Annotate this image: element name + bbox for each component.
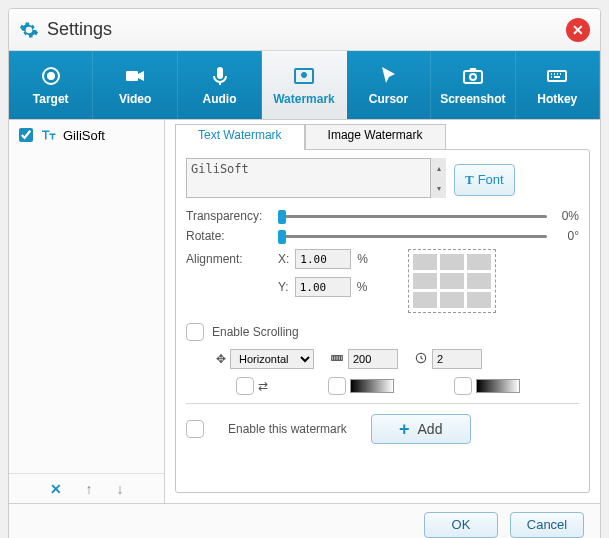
- remove-button[interactable]: ✕: [50, 481, 62, 497]
- svg-rect-3: [217, 67, 223, 79]
- titlebar: Settings ✕: [9, 9, 600, 51]
- transparency-label: Transparency:: [186, 209, 272, 223]
- y-input[interactable]: [295, 277, 351, 297]
- list-item[interactable]: GiliSoft: [15, 124, 158, 146]
- x-input[interactable]: [295, 249, 351, 269]
- subtab-bar: Text Watermark Image Watermark: [175, 124, 590, 150]
- main-panel: Text Watermark Image Watermark GiliSoft …: [165, 120, 600, 503]
- duration-icon: [414, 351, 428, 368]
- svg-point-6: [470, 74, 476, 80]
- loop-checkbox[interactable]: [236, 377, 254, 395]
- window-title: Settings: [47, 19, 112, 40]
- align-bot-right[interactable]: [467, 292, 491, 308]
- enable-watermark-label: Enable this watermark: [228, 422, 347, 436]
- transparency-slider[interactable]: [278, 215, 547, 218]
- watermark-list: GiliSoft: [9, 120, 164, 473]
- tab-hotkey[interactable]: Hotkey: [516, 51, 600, 119]
- align-top-center[interactable]: [440, 254, 464, 270]
- direction-icon: ✥: [216, 352, 226, 366]
- fade-out-checkbox[interactable]: [454, 377, 472, 395]
- plus-icon: +: [399, 419, 410, 440]
- tab-watermark[interactable]: Watermark: [262, 51, 346, 119]
- ok-button[interactable]: OK: [424, 512, 498, 538]
- list-item-checkbox[interactable]: [19, 128, 33, 142]
- watermark-text-input[interactable]: GiliSoft: [186, 158, 446, 198]
- y-unit: %: [357, 280, 368, 294]
- transparency-value: 0%: [553, 209, 579, 223]
- sidebar-controls: ✕ ↑ ↓: [9, 473, 164, 503]
- tab-target[interactable]: Target: [9, 51, 93, 119]
- subtab-image[interactable]: Image Watermark: [305, 124, 446, 150]
- x-label: X:: [278, 252, 289, 266]
- align-bot-center[interactable]: [440, 292, 464, 308]
- svg-point-1: [48, 73, 54, 79]
- list-item-label: GiliSoft: [63, 128, 105, 143]
- fade-in-checkbox[interactable]: [328, 377, 346, 395]
- tab-cursor[interactable]: Cursor: [347, 51, 431, 119]
- cancel-button[interactable]: Cancel: [510, 512, 584, 538]
- width-icon: [330, 351, 344, 368]
- main-tabbar: Target Video Audio Watermark Cursor Scre…: [9, 51, 600, 119]
- align-top-left[interactable]: [413, 254, 437, 270]
- rotate-slider[interactable]: [278, 235, 547, 238]
- loop-icon: ⇄: [258, 379, 268, 393]
- tab-audio[interactable]: Audio: [178, 51, 262, 119]
- enable-scrolling-checkbox[interactable]: [186, 323, 204, 341]
- scroll-width-input[interactable]: [348, 349, 398, 369]
- footer: OK Cancel: [9, 503, 600, 538]
- align-mid-center[interactable]: [440, 273, 464, 289]
- move-down-button[interactable]: ↓: [117, 481, 124, 497]
- enable-watermark-checkbox[interactable]: [186, 420, 204, 438]
- alignment-grid: [408, 249, 496, 313]
- scroll-duration-input[interactable]: [432, 349, 482, 369]
- fade-out-icon: [476, 379, 520, 393]
- font-icon: T: [465, 172, 474, 188]
- align-mid-left[interactable]: [413, 273, 437, 289]
- rotate-label: Rotate:: [186, 229, 272, 243]
- tab-video[interactable]: Video: [93, 51, 177, 119]
- scroll-direction-select[interactable]: Horizontal: [230, 349, 314, 369]
- textarea-scroll[interactable]: ▴▾: [430, 158, 446, 198]
- rotate-value: 0°: [553, 229, 579, 243]
- settings-window: Settings ✕ Target Video Audio Watermark …: [8, 8, 601, 538]
- align-bot-left[interactable]: [413, 292, 437, 308]
- sidebar: GiliSoft ✕ ↑ ↓: [9, 120, 165, 503]
- svg-rect-5: [464, 71, 482, 83]
- body: GiliSoft ✕ ↑ ↓ Text Watermark Image Wate…: [9, 119, 600, 503]
- fade-in-icon: [350, 379, 394, 393]
- text-watermark-icon: [39, 126, 57, 144]
- tab-screenshot[interactable]: Screenshot: [431, 51, 515, 119]
- enable-scrolling-label: Enable Scrolling: [212, 325, 299, 339]
- add-button[interactable]: + Add: [371, 414, 471, 444]
- align-top-right[interactable]: [467, 254, 491, 270]
- separator: [186, 403, 579, 404]
- text-watermark-panel: GiliSoft ▴▾ T Font Transparency: 0% Rota…: [175, 149, 590, 493]
- x-unit: %: [357, 252, 368, 266]
- font-button[interactable]: T Font: [454, 164, 515, 196]
- gear-icon: [19, 20, 39, 40]
- alignment-label: Alignment:: [186, 252, 272, 266]
- y-label: Y:: [278, 280, 289, 294]
- move-up-button[interactable]: ↑: [86, 481, 93, 497]
- svg-rect-2: [126, 71, 138, 81]
- subtab-text[interactable]: Text Watermark: [175, 124, 305, 150]
- close-button[interactable]: ✕: [566, 18, 590, 42]
- align-mid-right[interactable]: [467, 273, 491, 289]
